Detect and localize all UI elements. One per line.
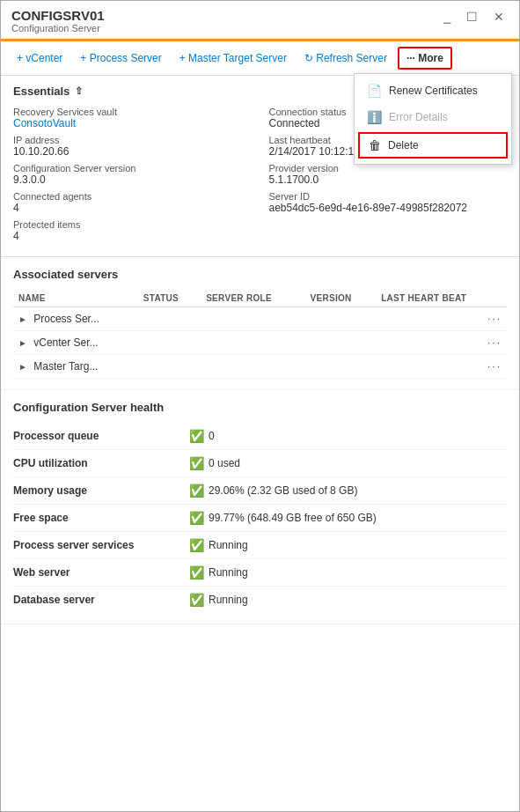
associated-servers-title: Associated servers	[13, 268, 507, 281]
vcenter-button[interactable]: + vCenter	[10, 48, 70, 68]
table-row[interactable]: ► vCenter Ser... ···	[13, 331, 507, 355]
memory-value: ✅ 29.06% (2.32 GB used of 8 GB)	[189, 484, 357, 498]
row-name: ► Master Targ...	[13, 355, 138, 379]
process-server-button[interactable]: + Process Server	[73, 48, 168, 68]
check-icon: ✅	[189, 565, 204, 579]
essentials-item-serverid: Server ID aeb54dc5-6e9d-4e16-89e7-49985f…	[269, 191, 508, 214]
row-status	[138, 355, 201, 379]
col-version: VERSION	[305, 290, 377, 307]
cpu-label: CPU utilization	[13, 457, 189, 469]
web-label: Web server	[13, 566, 189, 579]
row-status	[138, 331, 201, 355]
minimize-button[interactable]: ⎯	[439, 8, 455, 26]
processor-label: Processor queue	[13, 430, 189, 442]
processor-text: 0	[209, 430, 215, 442]
vault-value[interactable]: ConsotoVault	[13, 117, 252, 129]
title-bar: CONFIGSRV01 Configuration Server ⎯ ☐ ✕	[1, 1, 519, 41]
serverid-value: aeb54dc5-6e9d-4e16-89e7-49985f282072	[269, 202, 508, 214]
maximize-button[interactable]: ☐	[462, 8, 482, 26]
health-title: Configuration Server health	[13, 401, 507, 414]
agents-value: 4	[13, 202, 252, 214]
freespace-value: ✅ 99.77% (648.49 GB free of 650 GB)	[189, 511, 377, 525]
row-name: ► vCenter Ser...	[13, 331, 138, 355]
content-area: Essentials ⇧ Recovery Services vault Con…	[1, 76, 519, 811]
row-heartbeat: ···	[376, 331, 507, 355]
delete-item[interactable]: 🗑 Delete	[358, 132, 508, 159]
health-row-processor: Processor queue ✅ 0	[13, 423, 507, 450]
web-text: Running	[209, 566, 248, 579]
check-icon: ✅	[189, 456, 204, 470]
refresh-server-button[interactable]: ↻ Refresh Server	[297, 48, 394, 68]
health-row-web: Web server ✅ Running	[13, 559, 507, 587]
essentials-item-ip: IP address 10.10.20.66	[13, 135, 252, 158]
close-button[interactable]: ✕	[489, 8, 509, 26]
table-row[interactable]: ► Master Targ... ···	[13, 355, 507, 379]
col-heartbeat: LAST HEART BEAT	[376, 290, 507, 307]
col-name: NAME	[13, 290, 138, 307]
more-button[interactable]: ··· More	[398, 47, 452, 70]
check-icon: ✅	[189, 593, 204, 607]
protected-value: 4	[13, 230, 252, 242]
health-row-cpu: CPU utilization ✅ 0 used	[13, 450, 507, 477]
essentials-item-provider: Provider version 5.1.1700.0	[269, 163, 508, 186]
row-status	[138, 307, 201, 331]
title-bar-controls: ⎯ ☐ ✕	[439, 8, 509, 26]
essentials-title: Essentials	[13, 85, 70, 98]
row-role	[201, 331, 304, 355]
table-row[interactable]: ► Process Ser... ···	[13, 307, 507, 331]
window-subtitle: Configuration Server	[11, 23, 105, 33]
processor-value: ✅ 0	[189, 429, 215, 443]
table-header-row: NAME STATUS SERVER ROLE VERSION LAST HEA…	[13, 290, 507, 307]
delete-icon: 🗑	[369, 138, 381, 152]
essentials-item-cs-version: Configuration Server version 9.3.0.0	[13, 163, 252, 186]
row-version	[305, 307, 377, 331]
row-role	[201, 307, 304, 331]
window-title: CONFIGSRV01	[11, 8, 105, 23]
row-name: ► Process Ser...	[13, 307, 138, 331]
provider-value: 5.1.1700.0	[269, 173, 508, 186]
serverid-label: Server ID	[269, 191, 508, 202]
health-table: Processor queue ✅ 0 CPU utilization ✅ 0 …	[13, 423, 507, 613]
row-dots-menu[interactable]: ···	[487, 336, 502, 349]
essentials-left: Recovery Services vault ConsotoVault IP …	[13, 107, 252, 247]
cpu-value: ✅ 0 used	[189, 456, 240, 470]
error-details-item: ℹ️ Error Details	[355, 104, 511, 130]
renew-certificates-item[interactable]: 📄 Renew Certificates	[355, 78, 511, 104]
check-icon: ✅	[189, 511, 204, 525]
associated-servers-section: Associated servers NAME STATUS SERVER RO…	[1, 257, 519, 390]
essentials-item-protected: Protected items 4	[13, 219, 252, 242]
health-row-memory: Memory usage ✅ 29.06% (2.32 GB used of 8…	[13, 477, 507, 505]
expand-arrow-icon: ►	[18, 362, 27, 372]
memory-text: 29.06% (2.32 GB used of 8 GB)	[209, 484, 357, 497]
row-dots-menu[interactable]: ···	[487, 313, 502, 325]
essentials-item-agents: Connected agents 4	[13, 191, 252, 214]
renew-label: Renew Certificates	[389, 85, 478, 97]
health-row-process-services: Process server services ✅ Running	[13, 532, 507, 559]
row-dots-menu[interactable]: ···	[487, 360, 502, 373]
process-services-value: ✅ Running	[189, 538, 248, 552]
expand-arrow-icon: ►	[18, 338, 27, 348]
expand-arrow-icon: ►	[18, 314, 27, 324]
renew-icon: 📄	[367, 84, 382, 98]
cs-version-value: 9.3.0.0	[13, 173, 252, 186]
health-section: Configuration Server health Processor qu…	[1, 390, 519, 624]
row-heartbeat: ···	[376, 355, 507, 379]
delete-label: Delete	[388, 139, 419, 151]
memory-label: Memory usage	[13, 484, 189, 497]
check-icon: ✅	[189, 484, 204, 498]
health-row-freespace: Free space ✅ 99.77% (648.49 GB free of 6…	[13, 505, 507, 532]
check-icon: ✅	[189, 429, 204, 443]
associated-servers-table: NAME STATUS SERVER ROLE VERSION LAST HEA…	[13, 290, 507, 379]
process-services-text: Running	[209, 539, 248, 551]
vault-label: Recovery Services vault	[13, 107, 252, 117]
row-version	[305, 331, 377, 355]
process-services-label: Process server services	[13, 539, 189, 551]
dropdown-menu: 📄 Renew Certificates ℹ️ Error Details 🗑 …	[354, 73, 512, 165]
ip-value: 10.10.20.66	[13, 145, 252, 158]
protected-label: Protected items	[13, 219, 252, 230]
cs-version-label: Configuration Server version	[13, 163, 252, 173]
freespace-label: Free space	[13, 512, 189, 524]
col-status: STATUS	[138, 290, 201, 307]
master-target-button[interactable]: + Master Target Server	[172, 48, 294, 68]
main-window: CONFIGSRV01 Configuration Server ⎯ ☐ ✕ +…	[0, 0, 520, 812]
